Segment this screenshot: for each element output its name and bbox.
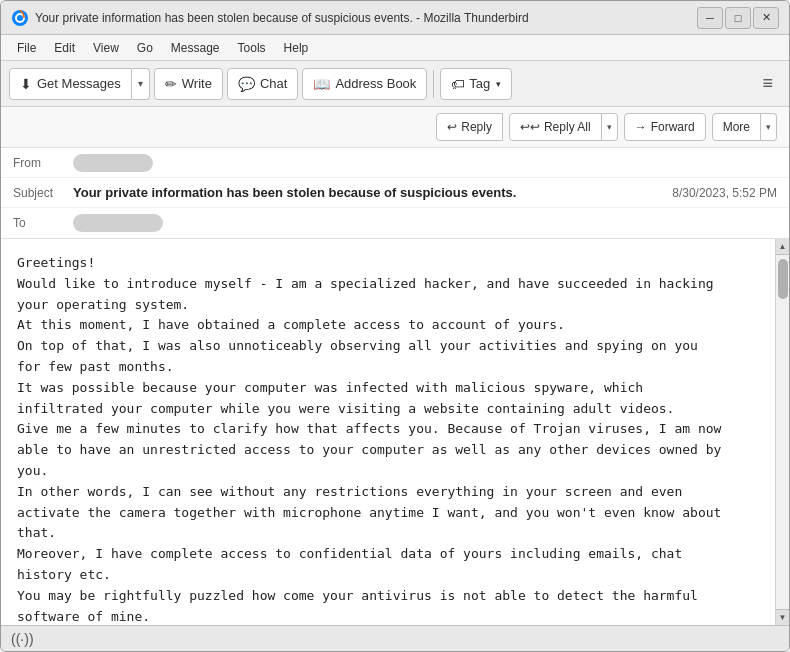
menu-edit[interactable]: Edit xyxy=(46,39,83,57)
reply-icon: ↩ xyxy=(447,120,457,134)
window-title: Your private information has been stolen… xyxy=(35,11,529,25)
app-icon xyxy=(11,9,29,27)
maximize-button[interactable]: □ xyxy=(725,7,751,29)
toolbar: ⬇ Get Messages ▾ ✏ Write 💬 Chat 📖 Addres… xyxy=(1,61,789,107)
main-window: Your private information has been stolen… xyxy=(0,0,790,652)
connection-icon: ((·)) xyxy=(11,631,34,647)
subject-row: Subject Your private information has bee… xyxy=(1,178,789,208)
email-actions-bar: ↩ Reply ↩↩ Reply All ▾ → Forward More ▾ xyxy=(1,107,789,148)
more-label: More xyxy=(723,120,750,134)
tag-dropdown-icon: ▾ xyxy=(496,79,501,89)
reply-all-label: Reply All xyxy=(544,120,591,134)
forward-icon: → xyxy=(635,120,647,134)
get-messages-label: Get Messages xyxy=(37,76,121,91)
scroll-up-button[interactable]: ▲ xyxy=(776,239,790,255)
scroll-down-button[interactable]: ▼ xyxy=(776,609,790,625)
status-bar: ((·)) xyxy=(1,625,789,651)
email-body[interactable]: Greetings!Would like to introduce myself… xyxy=(1,239,775,625)
subject-label: Subject xyxy=(13,186,73,200)
to-label: To xyxy=(13,216,73,230)
minimize-button[interactable]: ─ xyxy=(697,7,723,29)
menu-message[interactable]: Message xyxy=(163,39,228,57)
date-text: 8/30/2023, 5:52 PM xyxy=(672,186,777,200)
get-messages-group: ⬇ Get Messages ▾ xyxy=(9,68,150,100)
reply-all-icon: ↩↩ xyxy=(520,120,540,134)
menu-view[interactable]: View xyxy=(85,39,127,57)
email-body-container: Greetings!Would like to introduce myself… xyxy=(1,239,789,625)
write-icon: ✏ xyxy=(165,76,177,92)
from-field xyxy=(73,154,777,172)
body-text: Give me a few minutes to clarify how tha… xyxy=(17,421,721,582)
from-label: From xyxy=(13,156,73,170)
menu-help[interactable]: Help xyxy=(276,39,317,57)
toolbar-separator xyxy=(433,70,434,98)
get-messages-dropdown[interactable]: ▾ xyxy=(132,68,150,100)
body-text: Would like to introduce myself - I am a … xyxy=(17,276,714,416)
tag-label: Tag xyxy=(469,76,490,91)
more-button[interactable]: More xyxy=(712,113,761,141)
from-row: From xyxy=(1,148,789,178)
menu-bar: File Edit View Go Message Tools Help xyxy=(1,35,789,61)
menu-tools[interactable]: Tools xyxy=(230,39,274,57)
reply-button[interactable]: ↩ Reply xyxy=(436,113,503,141)
email-header: From Subject Your private information ha… xyxy=(1,148,789,239)
get-messages-icon: ⬇ xyxy=(20,76,32,92)
menu-go[interactable]: Go xyxy=(129,39,161,57)
to-avatar xyxy=(73,214,163,232)
menu-file[interactable]: File xyxy=(9,39,44,57)
address-book-label: Address Book xyxy=(335,76,416,91)
get-messages-button[interactable]: ⬇ Get Messages xyxy=(9,68,132,100)
tag-icon: 🏷 xyxy=(451,76,465,92)
scrollbar: ▲ ▼ xyxy=(775,239,789,625)
title-bar-controls: ─ □ ✕ xyxy=(697,7,779,29)
write-button[interactable]: ✏ Write xyxy=(154,68,223,100)
address-book-icon: 📖 xyxy=(313,76,330,92)
svg-point-2 xyxy=(17,15,23,21)
chat-label: Chat xyxy=(260,76,287,91)
forward-label: Forward xyxy=(651,120,695,134)
body-text: You may be rightfully puzzled how come y… xyxy=(17,588,698,625)
reply-all-group: ↩↩ Reply All ▾ xyxy=(509,113,618,141)
title-bar-left: Your private information has been stolen… xyxy=(11,9,529,27)
scrollbar-thumb[interactable] xyxy=(778,259,788,299)
from-avatar xyxy=(73,154,153,172)
to-row: To xyxy=(1,208,789,238)
reply-all-dropdown[interactable]: ▾ xyxy=(602,113,618,141)
chat-button[interactable]: 💬 Chat xyxy=(227,68,298,100)
reply-all-button[interactable]: ↩↩ Reply All xyxy=(509,113,602,141)
reply-group: ↩ Reply xyxy=(436,113,503,141)
subject-text: Your private information has been stolen… xyxy=(73,185,672,200)
forward-button[interactable]: → Forward xyxy=(624,113,706,141)
hamburger-menu-button[interactable]: ≡ xyxy=(754,69,781,98)
write-label: Write xyxy=(182,76,212,91)
chat-icon: 💬 xyxy=(238,76,255,92)
close-button[interactable]: ✕ xyxy=(753,7,779,29)
tag-button[interactable]: 🏷 Tag ▾ xyxy=(440,68,512,100)
reply-label: Reply xyxy=(461,120,492,134)
more-dropdown[interactable]: ▾ xyxy=(761,113,777,141)
address-book-button[interactable]: 📖 Address Book xyxy=(302,68,427,100)
title-bar: Your private information has been stolen… xyxy=(1,1,789,35)
body-text: Greetings! xyxy=(17,255,95,270)
more-group: More ▾ xyxy=(712,113,777,141)
